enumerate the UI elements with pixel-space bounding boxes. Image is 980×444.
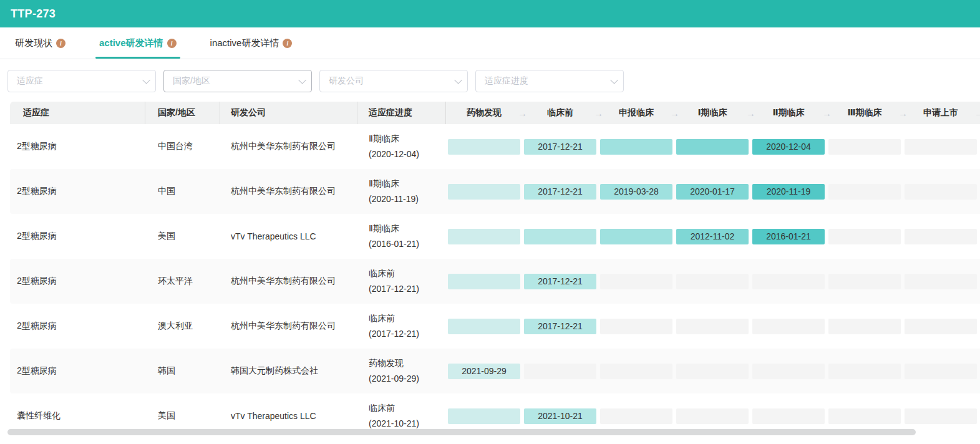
stage-header-slot: 药物发现→ xyxy=(446,102,522,124)
stage-progress-cell: 2020-12-04 xyxy=(752,139,825,155)
stage-progress-cell: 2012-11-02 xyxy=(676,229,749,244)
progress-cell: Ⅱ期临床(2016-01-21) xyxy=(357,214,446,259)
indication-cell: 2型糖尿病 xyxy=(10,259,145,304)
page-header: TTP-273 xyxy=(0,0,980,27)
stage-progress-cell: 2017-12-21 xyxy=(524,184,596,200)
stage-empty-cell xyxy=(828,274,901,289)
region-cell: 韩国 xyxy=(145,349,220,393)
chevron-down-icon xyxy=(142,76,150,84)
indication-progress-filter[interactable]: 适应症进度 xyxy=(475,70,624,92)
chevron-down-icon xyxy=(610,76,618,84)
arrow-right-icon: → xyxy=(670,108,679,118)
table-body: 2型糖尿病中国台湾杭州中美华东制药有限公司Ⅱ期临床(2020-12-04)201… xyxy=(10,124,980,438)
pipeline-table: 适应症 国家/地区 研发公司 适应症进度 药物发现→临床前→申报临床→Ⅰ期临床→… xyxy=(10,102,980,438)
stage-empty-cell xyxy=(905,408,977,424)
column-header-indication: 适应症 xyxy=(10,102,145,124)
stage-empty-cell xyxy=(524,364,596,379)
stage-column-label: Ⅰ期临床 xyxy=(697,107,727,118)
stage-empty-cell xyxy=(905,229,977,244)
arrow-right-icon: → xyxy=(518,108,527,118)
table-row: 2型糖尿病中国台湾杭州中美华东制药有限公司Ⅱ期临床(2020-12-04)201… xyxy=(10,124,980,169)
company-cell: 杭州中美华东制药有限公司 xyxy=(220,259,357,304)
stage-empty-cell xyxy=(676,364,749,379)
arrow-right-icon: → xyxy=(822,108,832,118)
stage-progress-cell xyxy=(524,229,596,244)
stage-empty-cell xyxy=(828,319,901,334)
country-region-filter[interactable]: 国家/地区 xyxy=(163,70,312,92)
tab-bar: 研发现状 i active研发详情 i inactive研发详情 i xyxy=(0,27,980,59)
stage-column-label: 申请上市 xyxy=(923,107,958,118)
stage-progress-cell xyxy=(448,184,520,200)
stage-column-label: 申报临床 xyxy=(619,107,654,118)
table-row: 2型糖尿病中国杭州中美华东制药有限公司Ⅱ期临床(2020-11-19)2017-… xyxy=(10,169,980,214)
progress-cell: 临床前(2017-12-21) xyxy=(357,259,446,304)
stage-empty-cell xyxy=(905,139,977,155)
company-cell: 杭州中美华东制药有限公司 xyxy=(220,304,357,349)
stage-progress-cell: 2020-01-17 xyxy=(676,184,749,200)
indication-cell: 2型糖尿病 xyxy=(10,349,145,393)
chevron-down-icon xyxy=(454,76,462,84)
stage-progress-cell: 2019-03-28 xyxy=(600,184,672,200)
arrow-right-icon: → xyxy=(746,108,755,118)
info-icon[interactable]: i xyxy=(283,39,292,48)
stage-progress-cell xyxy=(600,229,672,244)
stage-progress-cell xyxy=(448,229,520,244)
indication-filter[interactable]: 适应症 xyxy=(7,70,156,92)
arrow-right-icon: → xyxy=(898,108,908,118)
stage-empty-cell xyxy=(828,229,901,244)
stage-progress-cell: 2021-10-21 xyxy=(524,408,596,424)
region-cell: 澳大利亚 xyxy=(145,304,220,349)
indication-cell: 2型糖尿病 xyxy=(10,169,145,214)
stage-column-label: Ⅲ期临床 xyxy=(847,107,881,118)
stage-header-slot: 临床前→ xyxy=(522,102,598,124)
company-cell: 杭州中美华东制药有限公司 xyxy=(220,169,357,214)
region-cell: 环太平洋 xyxy=(145,259,220,304)
horizontal-scrollbar[interactable] xyxy=(0,429,980,435)
stage-empty-cell xyxy=(828,364,901,379)
stage-empty-cell xyxy=(676,319,749,334)
company-cell: vTv Therapeutics LLC xyxy=(220,214,357,259)
progress-cell: 药物发现(2021-09-29) xyxy=(357,349,446,393)
stage-header-slot: Ⅱ期临床→ xyxy=(750,102,827,124)
stage-headers: 药物发现→临床前→申报临床→Ⅰ期临床→Ⅱ期临床→Ⅲ期临床→申请上市→ xyxy=(446,102,979,124)
progress-cell: Ⅱ期临床(2020-11-19) xyxy=(357,169,446,214)
stage-progress-cell xyxy=(448,274,520,289)
progress-cell: 临床前(2017-12-21) xyxy=(357,304,446,349)
column-header-company: 研发公司 xyxy=(220,102,357,124)
indication-cell: 2型糖尿病 xyxy=(10,304,145,349)
stage-progress-cell xyxy=(448,408,520,424)
indication-cell: 2型糖尿病 xyxy=(10,124,145,169)
stage-empty-cell xyxy=(828,408,901,424)
stage-empty-cell xyxy=(905,319,977,334)
stage-progress-cell: 2021-09-29 xyxy=(448,364,520,379)
stage-empty-cell xyxy=(676,274,749,289)
stage-empty-cell xyxy=(905,364,977,379)
table-header: 适应症 国家/地区 研发公司 适应症进度 药物发现→临床前→申报临床→Ⅰ期临床→… xyxy=(10,102,980,124)
company-cell: 杭州中美华东制药有限公司 xyxy=(220,124,357,169)
arrow-right-icon: → xyxy=(594,108,603,118)
table-row: 2型糖尿病澳大利亚杭州中美华东制药有限公司临床前(2017-12-21)2017… xyxy=(10,304,980,349)
stage-header-slot: Ⅰ期临床→ xyxy=(674,102,750,124)
tab-active-details[interactable]: active研发详情 i xyxy=(92,27,184,59)
tab-research-status[interactable]: 研发现状 i xyxy=(7,27,73,59)
stage-progress-cell xyxy=(448,319,520,334)
stage-progress-cell: 2016-01-21 xyxy=(752,229,825,244)
stage-empty-cell xyxy=(600,408,672,424)
stage-progress-cell: 2020-11-19 xyxy=(752,184,825,200)
filter-bar: 适应症 国家/地区 研发公司 适应症进度 xyxy=(7,70,980,92)
stage-header-slot: 申报临床→ xyxy=(598,102,674,124)
stage-progress-cell: 2017-12-21 xyxy=(524,139,596,155)
column-header-region: 国家/地区 xyxy=(145,102,220,124)
stage-empty-cell xyxy=(828,139,901,155)
scrollbar-thumb[interactable] xyxy=(7,429,916,435)
info-icon[interactable]: i xyxy=(167,39,177,48)
table-row: 2型糖尿病环太平洋杭州中美华东制药有限公司临床前(2017-12-21)2017… xyxy=(10,259,980,304)
stage-empty-cell xyxy=(905,184,977,200)
stage-column-label: 药物发现 xyxy=(467,107,502,118)
stage-column-label: Ⅱ期临床 xyxy=(772,107,804,118)
info-icon[interactable]: i xyxy=(56,39,65,48)
company-filter[interactable]: 研发公司 xyxy=(319,70,468,92)
tab-inactive-details[interactable]: inactive研发详情 i xyxy=(203,27,300,59)
region-cell: 美国 xyxy=(145,214,220,259)
stage-progress-cell xyxy=(448,139,520,155)
